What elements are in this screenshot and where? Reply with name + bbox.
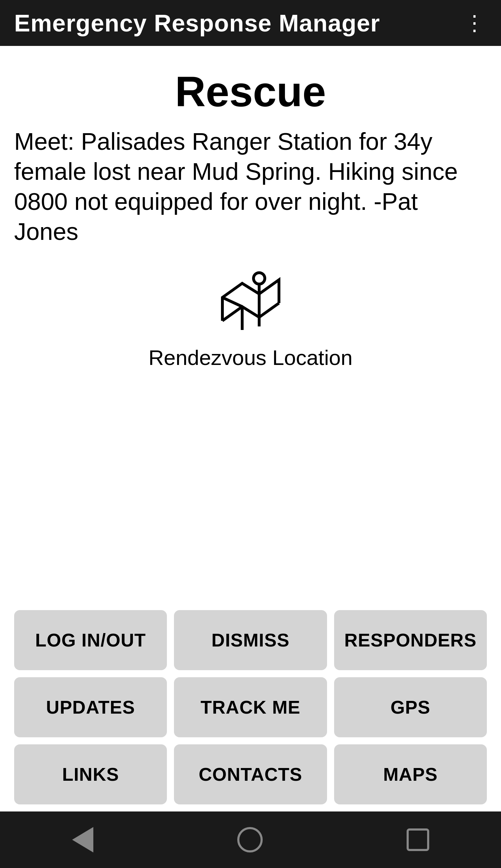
svg-point-2	[254, 273, 265, 284]
maps-button[interactable]: MAPS	[334, 744, 487, 804]
recents-icon	[407, 828, 429, 851]
log-in-out-button[interactable]: LOG IN/OUT	[14, 610, 167, 670]
gps-button[interactable]: GPS	[334, 677, 487, 737]
top-bar: Emergency Response Manager ⋮	[0, 0, 501, 46]
main-content: Rescue Meet: Palisades Ranger Station fo…	[0, 46, 501, 811]
links-button[interactable]: LINKS	[14, 744, 167, 804]
menu-icon[interactable]: ⋮	[462, 11, 487, 35]
recents-button[interactable]	[407, 828, 429, 851]
responders-button[interactable]: RESPONDERS	[334, 610, 487, 670]
page-title: Rescue	[14, 67, 487, 116]
dismiss-button[interactable]: DISMISS	[174, 610, 327, 670]
home-icon	[237, 827, 263, 852]
updates-button[interactable]: UPDATES	[14, 677, 167, 737]
home-button[interactable]	[237, 827, 263, 852]
app-title: Emergency Response Manager	[14, 9, 380, 37]
back-icon	[72, 827, 93, 852]
rendezvous-label: Rendezvous Location	[148, 346, 353, 370]
track-me-button[interactable]: TRACK ME	[174, 677, 327, 737]
rendezvous-section[interactable]: Rendezvous Location	[14, 268, 487, 370]
map-pin-icon	[215, 268, 286, 338]
back-button[interactable]	[72, 827, 93, 852]
mission-text: Meet: Palisades Ranger Station for 34y f…	[14, 126, 487, 247]
button-grid: LOG IN/OUT DISMISS RESPONDERS UPDATES TR…	[14, 603, 487, 811]
bottom-nav	[0, 811, 501, 868]
contacts-button[interactable]: CONTACTS	[174, 744, 327, 804]
